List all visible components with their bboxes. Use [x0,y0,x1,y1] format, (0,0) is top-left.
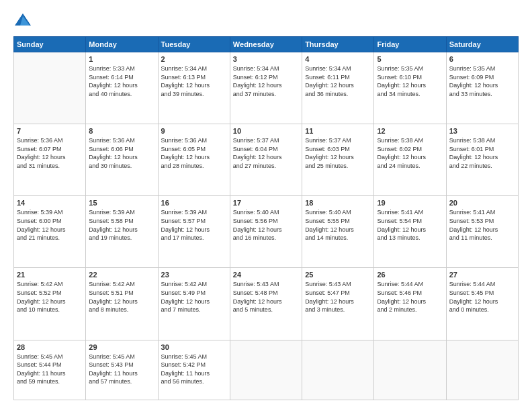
calendar-cell: 10Sunrise: 5:37 AM Sunset: 6:04 PM Dayli… [230,124,302,196]
calendar-cell: 29Sunrise: 5:45 AM Sunset: 5:43 PM Dayli… [86,340,158,400]
calendar-week-row: 1Sunrise: 5:33 AM Sunset: 6:14 PM Daylig… [14,52,519,124]
day-number: 30 [161,343,227,351]
calendar-week-row: 7Sunrise: 5:36 AM Sunset: 6:07 PM Daylig… [14,124,519,196]
weekday-header-thursday: Thursday [302,37,374,52]
calendar-cell [302,340,374,400]
calendar-cell: 20Sunrise: 5:41 AM Sunset: 5:53 PM Dayli… [446,196,518,268]
weekday-header-row: SundayMondayTuesdayWednesdayThursdayFrid… [14,37,519,52]
page: SundayMondayTuesdayWednesdayThursdayFrid… [0,0,532,411]
day-number: 7 [17,127,83,135]
day-info: Sunrise: 5:35 AM Sunset: 6:09 PM Dayligh… [449,64,515,98]
weekday-header-monday: Monday [86,37,158,52]
day-info: Sunrise: 5:34 AM Sunset: 6:13 PM Dayligh… [161,64,227,98]
calendar-cell: 12Sunrise: 5:38 AM Sunset: 6:02 PM Dayli… [374,124,446,196]
weekday-header-tuesday: Tuesday [158,37,230,52]
day-info: Sunrise: 5:39 AM Sunset: 6:00 PM Dayligh… [17,208,83,242]
calendar-cell: 30Sunrise: 5:45 AM Sunset: 5:42 PM Dayli… [158,340,230,400]
day-info: Sunrise: 5:42 AM Sunset: 5:51 PM Dayligh… [89,280,154,314]
calendar-cell: 8Sunrise: 5:36 AM Sunset: 6:06 PM Daylig… [86,124,158,196]
calendar-cell: 19Sunrise: 5:41 AM Sunset: 5:54 PM Dayli… [374,196,446,268]
day-number: 2 [161,55,227,63]
day-info: Sunrise: 5:45 AM Sunset: 5:42 PM Dayligh… [161,353,227,386]
day-info: Sunrise: 5:43 AM Sunset: 5:48 PM Dayligh… [233,280,299,314]
day-info: Sunrise: 5:41 AM Sunset: 5:53 PM Dayligh… [449,208,515,242]
day-number: 19 [377,199,443,207]
header [13,11,519,30]
day-number: 10 [233,127,299,135]
calendar-cell: 16Sunrise: 5:39 AM Sunset: 5:57 PM Dayli… [158,196,230,268]
logo [13,11,35,30]
day-number: 6 [449,55,515,63]
logo-icon [13,11,32,30]
day-info: Sunrise: 5:42 AM Sunset: 5:49 PM Dayligh… [161,280,227,314]
day-info: Sunrise: 5:36 AM Sunset: 6:06 PM Dayligh… [89,136,154,170]
calendar-cell: 7Sunrise: 5:36 AM Sunset: 6:07 PM Daylig… [14,124,86,196]
calendar-cell: 1Sunrise: 5:33 AM Sunset: 6:14 PM Daylig… [86,52,158,124]
day-info: Sunrise: 5:42 AM Sunset: 5:52 PM Dayligh… [17,280,83,314]
day-number: 26 [377,271,443,279]
calendar-cell [14,52,86,124]
day-number: 16 [161,199,227,207]
day-number: 8 [89,127,154,135]
day-number: 21 [17,271,83,279]
calendar-cell: 3Sunrise: 5:34 AM Sunset: 6:12 PM Daylig… [230,52,302,124]
day-number: 15 [89,199,154,207]
weekday-header-friday: Friday [374,37,446,52]
calendar-cell: 13Sunrise: 5:38 AM Sunset: 6:01 PM Dayli… [446,124,518,196]
day-info: Sunrise: 5:38 AM Sunset: 6:01 PM Dayligh… [449,136,515,170]
day-info: Sunrise: 5:45 AM Sunset: 5:44 PM Dayligh… [17,353,83,386]
calendar-cell: 22Sunrise: 5:42 AM Sunset: 5:51 PM Dayli… [86,268,158,340]
day-number: 5 [377,55,443,63]
calendar-cell [230,340,302,400]
day-info: Sunrise: 5:36 AM Sunset: 6:05 PM Dayligh… [161,136,227,170]
calendar-cell: 24Sunrise: 5:43 AM Sunset: 5:48 PM Dayli… [230,268,302,340]
day-number: 27 [449,271,515,279]
day-info: Sunrise: 5:39 AM Sunset: 5:58 PM Dayligh… [89,208,154,242]
calendar-cell [374,340,446,400]
day-number: 22 [89,271,154,279]
day-info: Sunrise: 5:35 AM Sunset: 6:10 PM Dayligh… [377,64,443,98]
day-info: Sunrise: 5:37 AM Sunset: 6:04 PM Dayligh… [233,136,299,170]
calendar-cell: 5Sunrise: 5:35 AM Sunset: 6:10 PM Daylig… [374,52,446,124]
day-number: 13 [449,127,515,135]
calendar-cell: 17Sunrise: 5:40 AM Sunset: 5:56 PM Dayli… [230,196,302,268]
day-info: Sunrise: 5:36 AM Sunset: 6:07 PM Dayligh… [17,136,83,170]
calendar-table: SundayMondayTuesdayWednesdayThursdayFrid… [13,36,519,400]
weekday-header-saturday: Saturday [446,37,518,52]
calendar-cell: 25Sunrise: 5:43 AM Sunset: 5:47 PM Dayli… [302,268,374,340]
calendar-cell: 21Sunrise: 5:42 AM Sunset: 5:52 PM Dayli… [14,268,86,340]
day-info: Sunrise: 5:45 AM Sunset: 5:43 PM Dayligh… [89,353,154,386]
calendar-cell: 14Sunrise: 5:39 AM Sunset: 6:00 PM Dayli… [14,196,86,268]
day-number: 14 [17,199,83,207]
day-info: Sunrise: 5:34 AM Sunset: 6:11 PM Dayligh… [305,64,371,98]
day-number: 3 [233,55,299,63]
day-number: 1 [89,55,154,63]
day-info: Sunrise: 5:41 AM Sunset: 5:54 PM Dayligh… [377,208,443,242]
calendar-cell: 6Sunrise: 5:35 AM Sunset: 6:09 PM Daylig… [446,52,518,124]
day-info: Sunrise: 5:44 AM Sunset: 5:46 PM Dayligh… [377,280,443,314]
day-info: Sunrise: 5:39 AM Sunset: 5:57 PM Dayligh… [161,208,227,242]
day-number: 9 [161,127,227,135]
calendar-cell: 27Sunrise: 5:44 AM Sunset: 5:45 PM Dayli… [446,268,518,340]
day-number: 11 [305,127,371,135]
day-number: 12 [377,127,443,135]
day-number: 25 [305,271,371,279]
day-number: 18 [305,199,371,207]
day-info: Sunrise: 5:37 AM Sunset: 6:03 PM Dayligh… [305,136,371,170]
day-info: Sunrise: 5:44 AM Sunset: 5:45 PM Dayligh… [449,280,515,314]
day-info: Sunrise: 5:34 AM Sunset: 6:12 PM Dayligh… [233,64,299,98]
day-info: Sunrise: 5:40 AM Sunset: 5:55 PM Dayligh… [305,208,371,242]
weekday-header-sunday: Sunday [14,37,86,52]
calendar-cell [446,340,518,400]
calendar-cell: 9Sunrise: 5:36 AM Sunset: 6:05 PM Daylig… [158,124,230,196]
calendar-cell: 18Sunrise: 5:40 AM Sunset: 5:55 PM Dayli… [302,196,374,268]
day-info: Sunrise: 5:33 AM Sunset: 6:14 PM Dayligh… [89,64,154,98]
day-info: Sunrise: 5:43 AM Sunset: 5:47 PM Dayligh… [305,280,371,314]
calendar-cell: 26Sunrise: 5:44 AM Sunset: 5:46 PM Dayli… [374,268,446,340]
day-number: 28 [17,343,83,351]
day-number: 23 [161,271,227,279]
day-info: Sunrise: 5:38 AM Sunset: 6:02 PM Dayligh… [377,136,443,170]
day-info: Sunrise: 5:40 AM Sunset: 5:56 PM Dayligh… [233,208,299,242]
calendar-week-row: 14Sunrise: 5:39 AM Sunset: 6:00 PM Dayli… [14,196,519,268]
day-number: 17 [233,199,299,207]
